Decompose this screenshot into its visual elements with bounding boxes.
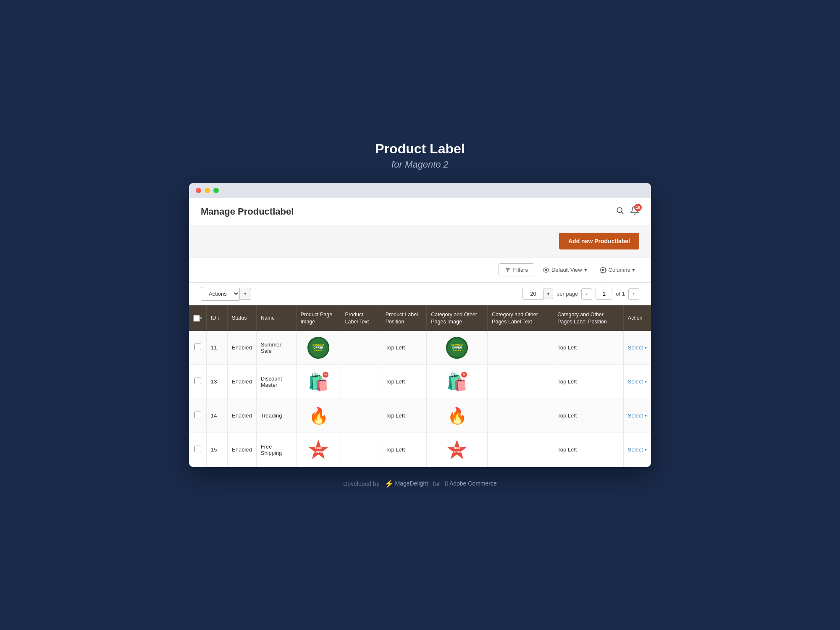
th-cat-pages-image: Category and Other Pages Image: [427, 305, 488, 331]
footer-mage-delight: ⚡ MageDelight: [384, 480, 430, 487]
window-minimize-dot: [205, 188, 210, 193]
cell-cat-label-text-3: [488, 433, 553, 467]
cell-product-label-text-1: [341, 365, 381, 399]
cell-cat-label-position-2: Top Left: [553, 399, 624, 433]
page-header: Product Label for Magento 2: [375, 141, 465, 170]
app-header: Manage Productlabel 19: [189, 198, 651, 225]
svg-marker-2: [505, 268, 510, 272]
cell-product-label-text-2: [341, 399, 381, 433]
cell-action-2: Select ▾: [623, 399, 651, 433]
gear-icon: [600, 267, 606, 273]
table-row: 11 Enabled Summer Sale SUMMER OFFER ★★★★…: [189, 331, 651, 365]
page-subtitle: for Magento 2: [375, 159, 465, 170]
cell-name-1: Discount Master: [256, 365, 296, 399]
table-row: 15 Enabled Free Shipping FREE SHIPPING T…: [189, 433, 651, 467]
svg-marker-5: [308, 440, 328, 459]
row-checkbox-1[interactable]: [194, 378, 201, 384]
cell-action-0: Select ▾: [623, 331, 651, 365]
action-dropdown-arrow-2: ▾: [645, 413, 647, 418]
svg-point-4: [602, 269, 604, 271]
cell-checkbox-0: [189, 331, 207, 365]
filter-icon: [505, 267, 511, 273]
default-view-button[interactable]: Default View ▾: [538, 264, 591, 276]
table-body: 11 Enabled Summer Sale SUMMER OFFER ★★★★…: [189, 331, 651, 467]
cell-checkbox-2: [189, 399, 207, 433]
th-cat-pages-label-position: Category and Other Pages Label Position: [553, 305, 624, 331]
page-number-input[interactable]: [596, 288, 612, 300]
th-cat-pages-label-text: Category and Other Pages Label Text: [488, 305, 553, 331]
cell-checkbox-3: [189, 433, 207, 467]
th-status: Status: [228, 305, 257, 331]
cell-status-3: Enabled: [228, 433, 257, 467]
th-action: Action: [623, 305, 651, 331]
svg-text:FREE: FREE: [315, 447, 322, 449]
page-prev-button[interactable]: ‹: [581, 288, 592, 300]
window-close-dot: [196, 188, 201, 193]
action-select-link-1[interactable]: Select ▾: [628, 378, 647, 385]
checkbox-dropdown-arrow[interactable]: ▾: [200, 315, 202, 321]
cell-cat-label-position-3: Top Left: [553, 433, 624, 467]
cell-cat-label-position-0: Top Left: [553, 331, 624, 365]
action-dropdown-arrow-1: ▾: [645, 379, 647, 384]
app-content: Manage Productlabel 19: [189, 198, 651, 467]
search-button[interactable]: [616, 206, 624, 217]
columns-button[interactable]: Columns ▾: [596, 264, 639, 276]
page-of-label: of 1: [616, 291, 625, 297]
notification-button[interactable]: 19: [630, 206, 639, 217]
cell-product-label-position-0: Top Left: [381, 331, 426, 365]
cell-status-1: Enabled: [228, 365, 257, 399]
row-checkbox-2[interactable]: [194, 412, 201, 418]
cell-product-image-1: 🛍️ %: [296, 365, 341, 399]
svg-point-3: [545, 269, 547, 271]
svg-text:SHIPPING: SHIPPING: [452, 451, 462, 453]
add-productlabel-button[interactable]: Add new Productlabel: [559, 233, 639, 249]
action-select-link-0[interactable]: Select ▾: [628, 344, 647, 351]
browser-chrome: [189, 183, 651, 198]
per-page-input[interactable]: [522, 288, 543, 300]
svg-line-1: [622, 212, 623, 214]
th-product-label-text: Product Label Text: [341, 305, 381, 331]
cell-action-3: Select ▾: [623, 433, 651, 467]
actions-select[interactable]: Actions: [201, 287, 239, 301]
action-select-link-2[interactable]: Select ▾: [628, 412, 647, 419]
cell-product-image-3: FREE SHIPPING: [296, 433, 341, 467]
page-title: Product Label: [375, 141, 465, 157]
cell-product-label-position-2: Top Left: [381, 399, 426, 433]
cell-cat-image-0: SUMMER OFFER ★★★★★: [427, 331, 488, 365]
table-row: 14 Enabled Treading 🔥 Top Left 🔥 Top Lef…: [189, 399, 651, 433]
actions-dropdown-wrap: Actions ▾: [201, 287, 251, 301]
table-row: 13 Enabled Discount Master 🛍️ % Top Left…: [189, 365, 651, 399]
notification-badge: 19: [634, 204, 642, 211]
per-page-label: per page: [556, 291, 578, 297]
toolbar-bar: Add new Productlabel: [189, 225, 651, 257]
cell-product-label-position-3: Top Left: [381, 433, 426, 467]
action-select-link-3[interactable]: Select ▾: [628, 446, 647, 453]
eye-icon: [543, 267, 549, 273]
th-checkbox: ▾: [189, 305, 207, 331]
cell-name-2: Treading: [256, 399, 296, 433]
cell-name-3: Free Shipping: [256, 433, 296, 467]
th-name: Name: [256, 305, 296, 331]
row-checkbox-0[interactable]: [194, 344, 201, 350]
select-all-checkbox[interactable]: [193, 315, 200, 322]
page-next-button[interactable]: ›: [628, 288, 639, 300]
cell-cat-label-text-1: [488, 365, 553, 399]
svg-text:FREE: FREE: [454, 447, 460, 449]
filters-button[interactable]: Filters: [499, 263, 534, 276]
cell-product-label-position-1: Top Left: [381, 365, 426, 399]
th-id: ID ↓: [207, 305, 228, 331]
cell-status-0: Enabled: [228, 331, 257, 365]
actions-row: Actions ▾ ▾ per page ‹ of 1 ›: [189, 283, 651, 305]
row-checkbox-3[interactable]: [194, 446, 201, 452]
svg-text:SHIPPING: SHIPPING: [313, 451, 323, 453]
per-page-arrow[interactable]: ▾: [543, 289, 553, 299]
cell-id-1: 13: [207, 365, 228, 399]
grid-controls: Filters Default View ▾ Columns ▾: [189, 257, 651, 283]
cell-product-image-0: SUMMER OFFER ★★★★★: [296, 331, 341, 365]
cell-product-label-text-0: [341, 331, 381, 365]
app-title: Manage Productlabel: [201, 206, 294, 217]
cell-status-2: Enabled: [228, 399, 257, 433]
actions-dropdown-arrow[interactable]: ▾: [239, 288, 251, 300]
sort-icon[interactable]: ↓: [218, 315, 220, 320]
cell-cat-image-2: 🔥: [427, 399, 488, 433]
